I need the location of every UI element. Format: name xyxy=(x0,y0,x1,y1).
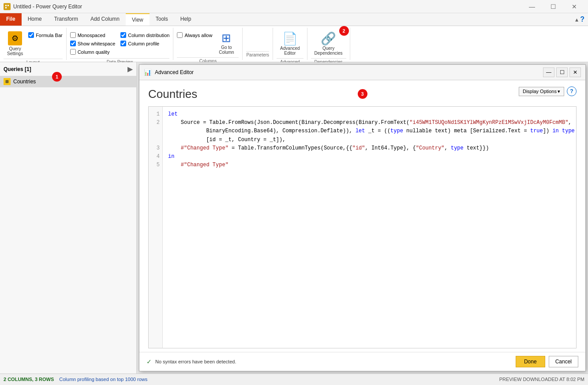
maximize-button[interactable]: ☐ xyxy=(543,0,563,13)
line-numbers: 1 2 3 4 5 xyxy=(149,107,163,348)
advanced-editor-button[interactable]: 📄 Advanced Editor xyxy=(277,30,303,57)
modal-footer: ✓ No syntax errors have been detected. D… xyxy=(139,352,585,371)
column-profile-checkbox[interactable]: Column profile xyxy=(120,40,169,47)
tab-view[interactable]: View xyxy=(126,13,150,26)
countries-label: Countries xyxy=(13,78,36,85)
ribbon-group-parameters: Parameters xyxy=(243,28,273,60)
tab-tools[interactable]: Tools xyxy=(150,13,174,26)
ribbon-group-advanced: 📄 Advanced Editor Advanced xyxy=(273,28,307,60)
tab-add-column[interactable]: Add Column xyxy=(84,13,126,26)
queries-header-label: Queries [1] xyxy=(4,66,31,72)
badge-1: 1 xyxy=(52,72,62,82)
tab-help[interactable]: Help xyxy=(174,13,198,26)
modal-maximize-button[interactable]: ☐ xyxy=(556,67,568,77)
code-content[interactable]: let Source = Table.FromRows(Json.Documen… xyxy=(163,107,576,348)
advanced-editor-label: Advanced Editor xyxy=(280,46,300,56)
advanced-editor-icon: 📄 xyxy=(282,31,298,46)
app-icon xyxy=(4,3,11,10)
badge-3: 3 xyxy=(358,89,367,99)
svg-rect-3 xyxy=(5,7,7,8)
modal-minimize-button[interactable]: — xyxy=(543,67,554,77)
modal-titlebar: 📊 Advanced Editor — ☐ ✕ xyxy=(139,65,585,80)
ribbon-tabs: File Home Transform Add Column View Tool… xyxy=(0,13,588,26)
status-bar: 2 COLUMNS, 3 ROWS Column profiling based… xyxy=(0,374,588,385)
ribbon-group-data-preview: Monospaced Show whitespace Column qualit… xyxy=(67,28,174,60)
status-message: No syntax errors have been detected. xyxy=(155,359,236,364)
badge-2: 2 xyxy=(339,26,349,36)
modal-top-right: Display Options ▾ ? xyxy=(519,86,577,96)
modal-body: 3 Countries Display Options ▾ ? 1 2 xyxy=(139,80,585,352)
tab-file[interactable]: File xyxy=(0,13,22,26)
query-dependencies-label: Query Dependencies xyxy=(315,46,343,56)
close-button[interactable]: ✕ xyxy=(564,0,584,13)
title-bar: Untitled - Power Query Editor — ☐ ✕ xyxy=(0,0,588,13)
query-settings-label: Query Settings xyxy=(7,46,23,56)
tab-home[interactable]: Home xyxy=(22,13,48,26)
monospaced-checkbox[interactable]: Monospaced xyxy=(70,31,116,39)
display-options-button[interactable]: Display Options ▾ xyxy=(519,87,564,96)
status-columns-rows: 2 COLUMNS, 3 ROWS xyxy=(4,377,54,382)
status-preview-time: PREVIEW DOWNLOADED AT 8:02 PM xyxy=(499,377,584,382)
done-button[interactable]: Done xyxy=(516,356,545,367)
svg-rect-0 xyxy=(4,4,10,9)
go-to-column-label: Go to Column xyxy=(219,45,234,55)
formula-bar-check-group: Formula Bar xyxy=(28,30,63,41)
sidebar-header: Queries [1] ▶ xyxy=(0,62,136,76)
query-dependencies-icon: 🔗 xyxy=(321,31,336,46)
modal-close-button[interactable]: ✕ xyxy=(569,67,581,77)
svg-rect-1 xyxy=(5,5,7,6)
query-dependencies-button[interactable]: 2 🔗 Query Dependencies xyxy=(311,30,346,57)
advanced-editor-modal: 📊 Advanced Editor — ☐ ✕ 3 Countries xyxy=(139,64,586,371)
modal-controls: — ☐ ✕ xyxy=(543,67,581,77)
minimize-button[interactable]: — xyxy=(522,0,542,13)
show-whitespace-checkbox[interactable]: Show whitespace xyxy=(70,40,116,47)
parameters-group-label: Parameters xyxy=(246,51,269,58)
window-controls: — ☐ ✕ xyxy=(522,0,584,13)
ribbon-content: ⚙ Query Settings Formula Bar Layout Mono… xyxy=(0,26,588,62)
ribbon-group-columns: Always allow ⊞ Go to Column Columns xyxy=(173,28,243,60)
go-to-column-icon: ⊞ xyxy=(221,31,231,45)
sidebar-item-countries[interactable]: ⊞ Countries xyxy=(0,76,136,87)
window-title: Untitled - Power Query Editor xyxy=(13,4,519,10)
svg-rect-2 xyxy=(7,5,9,6)
column-distribution-checkbox[interactable]: Column distribution xyxy=(120,31,169,39)
code-editor[interactable]: 1 2 3 4 5 let Source = Table.FromRows(Js… xyxy=(148,106,577,348)
ribbon-collapse-btn[interactable]: ▴ xyxy=(575,16,578,23)
modal-actions: Done Cancel xyxy=(516,356,578,367)
main-area: Queries [1] ▶ 1 ⊞ Countries 📊 Advanced E… xyxy=(0,62,588,374)
formula-bar-checkbox[interactable]: Formula Bar xyxy=(28,31,63,39)
always-allow-group: Always allow xyxy=(177,30,212,41)
go-to-column-button[interactable]: ⊞ Go to Column xyxy=(214,30,239,56)
cancel-button[interactable]: Cancel xyxy=(549,356,578,367)
modal-help-button[interactable]: ? xyxy=(567,86,577,96)
ribbon-group-layout: ⚙ Query Settings Formula Bar Layout xyxy=(0,28,67,60)
countries-table-icon: ⊞ xyxy=(4,78,11,85)
query-settings-icon: ⚙ xyxy=(8,31,22,45)
data-preview-col1: Monospaced Show whitespace Column qualit… xyxy=(70,30,116,57)
chevron-down-icon: ▾ xyxy=(558,89,560,94)
ribbon-group-dependencies: 2 🔗 Query Dependencies Dependencies xyxy=(307,28,350,60)
status-profiling: Column profiling based on top 1000 rows xyxy=(59,377,147,382)
sidebar-collapse-button[interactable]: ▶ xyxy=(127,65,133,73)
status-check-icon: ✓ xyxy=(146,358,152,365)
data-preview-col2: Column distribution Column profile xyxy=(120,30,169,57)
column-quality-checkbox[interactable]: Column quality xyxy=(70,48,116,56)
modal-title: Advanced Editor xyxy=(155,69,539,75)
help-ribbon-btn[interactable]: ? xyxy=(580,15,584,23)
sidebar: Queries [1] ▶ 1 ⊞ Countries xyxy=(0,62,137,374)
modal-icon: 📊 xyxy=(144,69,151,76)
query-settings-button[interactable]: ⚙ Query Settings xyxy=(4,30,26,58)
content-area: 📊 Advanced Editor — ☐ ✕ 3 Countries xyxy=(137,62,588,374)
tab-transform[interactable]: Transform xyxy=(48,13,84,26)
always-allow-checkbox[interactable]: Always allow xyxy=(177,31,212,39)
